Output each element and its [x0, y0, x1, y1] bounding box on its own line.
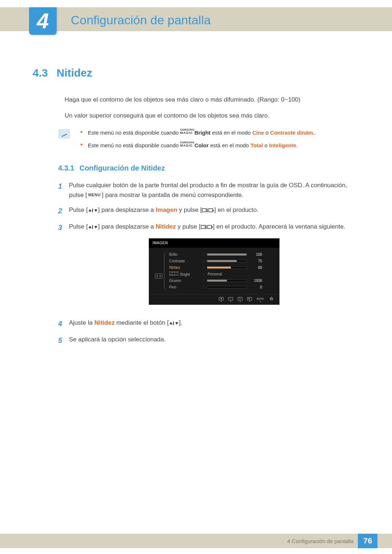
osd-value: 100 [249, 252, 262, 258]
svg-marker-2 [94, 209, 97, 212]
osd-slider-bar [207, 286, 247, 288]
up-down-icon [88, 208, 98, 213]
osd-colon: : [203, 284, 205, 290]
step-number: 4 [58, 318, 69, 329]
osd-value: 60 [249, 265, 262, 271]
subsection-heading: 4.3.1 Configuración de Nitidez [58, 164, 359, 172]
osd-slider-bar [207, 279, 247, 282]
menu-button-label: MENU [87, 192, 102, 199]
svg-rect-10 [201, 225, 205, 229]
osd-screenshot: IMAGEN Brillo:100Contraste:75Nitidez:60S… [149, 238, 279, 305]
chapter-number-badge: 4 [29, 7, 57, 35]
step-4: 4 Ajuste la Nitidez mediante el botón []… [58, 318, 359, 329]
step-3: 3 Pulse [] para desplazarse a Nitidez y … [58, 222, 359, 312]
osd-row-label: Brillo [169, 252, 200, 258]
steps-list: 1 Pulse cualquier botón de la parte fron… [58, 180, 359, 346]
up-down-icon [169, 321, 179, 325]
step-text: ] en el producto. Aparecerá la ventana s… [213, 223, 346, 230]
osd-title: IMAGEN [149, 238, 279, 248]
osd-slider-bar [207, 266, 247, 269]
osd-row-label: SAMSUNGMAGIC Bright [169, 271, 200, 278]
step-number: 1 [58, 180, 69, 200]
samsung-magic-logo: SAMSUNGMAGIC [180, 128, 194, 135]
osd-value: 1936 [249, 278, 262, 284]
note-text: o [263, 142, 269, 148]
note-text: Este menú no está disponible cuando [88, 142, 180, 148]
highlight-inteligente: Inteligente [269, 142, 296, 148]
step-text: ] para desplazarse a [98, 206, 156, 213]
osd-row-label: Fino [169, 284, 200, 290]
svg-rect-5 [209, 209, 213, 212]
highlight-cine: Cine [252, 130, 264, 136]
svg-rect-11 [206, 225, 207, 229]
osd-row-label: Nitidez [169, 265, 200, 271]
svg-rect-8 [92, 225, 93, 229]
step-text: ]. [179, 319, 182, 326]
subsection-number: 4.3.1 [58, 164, 74, 172]
osd-row: Fino:0 [169, 284, 274, 291]
step-text: ] para desplazarse a [98, 223, 156, 230]
svg-rect-15 [173, 321, 174, 325]
footer-chapter-label: 4 Configuración de pantalla [287, 538, 354, 544]
step-2: 2 Pulse [] para desplazarse a Imagen y p… [58, 205, 359, 217]
osd-bracket-decoration [164, 251, 168, 291]
osd-row: Grueso:1936 [169, 278, 274, 284]
highlight-nitidez: Nitidez [156, 223, 176, 230]
step-text: Ajuste la [69, 319, 94, 326]
osd-nav-minus-icon: −▾ [227, 297, 234, 301]
magic-suffix: Bright [195, 130, 211, 136]
screen-toggle-icon [201, 225, 213, 229]
page-number-badge: 76 [358, 534, 377, 548]
osd-value: 0 [249, 284, 262, 290]
step-text: Pulse [ [69, 206, 88, 213]
intro-paragraph-1: Haga que el contorno de los objetos sea … [65, 95, 359, 104]
page-footer: 4 Configuración de pantalla 76 [0, 534, 392, 548]
osd-nav-plus-icon: +▾ [237, 297, 243, 301]
note-text: está en el modo [209, 142, 250, 148]
osd-nav-power-icon: ⏻ [268, 297, 274, 301]
step-number: 3 [58, 222, 69, 312]
osd-colon: : [203, 271, 205, 277]
note-text: . [296, 142, 298, 148]
section-number: 4.3 [33, 67, 48, 79]
osd-text-value: Personal [207, 271, 222, 277]
osd-nav-left-icon: ◂▾ [218, 297, 224, 301]
highlight-imagen: Imagen [156, 206, 177, 213]
intro-paragraph-2: Un valor superior conseguirá que el cont… [65, 111, 359, 120]
step-text: ] en el producto. [214, 206, 258, 213]
note-block: Este menú no está disponible cuando SAMS… [59, 128, 359, 153]
osd-row: Brillo:100 [169, 251, 274, 258]
step-text: mediante el botón [ [115, 319, 169, 326]
osd-nav-auto-label: AUTO▾ [256, 297, 265, 301]
svg-rect-4 [207, 209, 208, 212]
svg-marker-7 [89, 226, 91, 228]
osd-row-label: Grueso [169, 278, 200, 284]
osd-picture-icon [155, 274, 162, 279]
step-text: ] para mostrar la pantalla de menú corre… [102, 192, 243, 198]
step-text: Se aplicará la opción seleccionada. [69, 335, 359, 346]
osd-side-icon-col [154, 251, 163, 291]
section-heading: 4.3 Nitidez [33, 67, 359, 79]
step-number: 5 [58, 335, 69, 346]
note-text: Este menú no está disponible cuando [88, 130, 180, 136]
osd-nav-enter-icon: ▸▾ [246, 297, 253, 301]
highlight-nitidez: Nitidez [94, 319, 115, 326]
osd-value: 75 [249, 258, 262, 264]
svg-marker-0 [89, 209, 91, 212]
svg-rect-1 [92, 209, 93, 212]
screen-toggle-icon [202, 208, 214, 213]
step-1: 1 Pulse cualquier botón de la parte fron… [58, 180, 359, 200]
svg-rect-3 [202, 209, 206, 212]
osd-row: Contraste:75 [169, 258, 274, 264]
note-item-2: Este menú no está disponible cuando SAMS… [81, 141, 316, 150]
osd-row: SAMSUNGMAGIC Bright:Personal [169, 271, 274, 278]
osd-rows: Brillo:100Contraste:75Nitidez:60SAMSUNGM… [169, 251, 274, 291]
step-text: y pulse [ [176, 223, 200, 230]
step-number: 2 [58, 205, 69, 217]
osd-slider-bar [207, 253, 247, 256]
page-content: 4.3 Nitidez Haga que el contorno de los … [33, 67, 359, 351]
note-text: está en el modo [211, 130, 252, 136]
section-title: Nitidez [57, 67, 92, 79]
note-text: . [315, 130, 316, 136]
svg-marker-14 [170, 322, 172, 324]
